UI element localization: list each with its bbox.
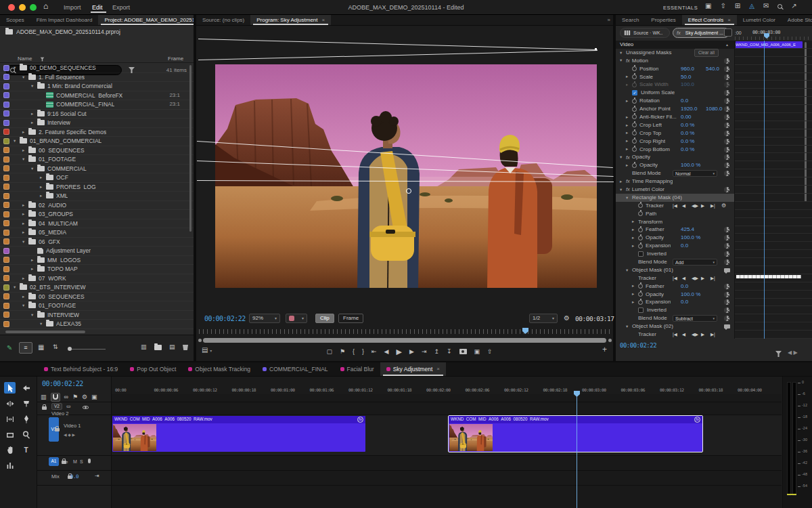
row-chevron-icon[interactable]: ▸: [626, 123, 632, 128]
label-color-chip[interactable]: [3, 202, 9, 208]
label-color-chip[interactable]: [3, 74, 9, 80]
toggle-animation-stopwatch-icon[interactable]: [638, 244, 643, 249]
pin-to-clip-checkbox[interactable]: [724, 28, 732, 37]
type-tool[interactable]: T: [20, 444, 32, 456]
tree-item-01-brand-commercial[interactable]: ▾01_BRAND_COMMERCIAL: [0, 137, 194, 146]
ec-row-opacity[interactable]: ▸Opacity100.0 %: [616, 161, 734, 169]
a1-mute-button[interactable]: M: [73, 459, 77, 464]
zoom-level-dropdown[interactable]: 92%▾: [249, 314, 280, 323]
tracker-button[interactable]: ▶: [701, 333, 704, 337]
row-chevron-icon[interactable]: ▾: [620, 58, 626, 63]
workspace-label[interactable]: ESSENTIALS: [663, 5, 698, 11]
tracker-button[interactable]: ◀▶: [692, 204, 698, 209]
row-chevron-icon[interactable]: ▸: [632, 228, 638, 232]
tree-chevron-icon[interactable]: ▸: [31, 112, 37, 117]
minimize-button[interactable]: [19, 4, 26, 11]
keyframe-lane[interactable]: [734, 218, 812, 226]
ec-row-anti-flicker-fil[interactable]: ▸Anti-flicker Fil...0.00: [616, 113, 734, 121]
monitor-scrollbar-left-dot[interactable]: [198, 339, 202, 342]
a1-source-badge[interactable]: A1: [49, 457, 59, 466]
property-value[interactable]: 100.0 %: [681, 292, 700, 297]
menu-export[interactable]: Export: [112, 5, 130, 11]
ec-row-object-mask-02[interactable]: ▾Object Mask (02): [616, 322, 734, 331]
tree-item-1-min-brand-commercial[interactable]: ▾1 Min: Brand Commercial: [0, 82, 194, 91]
label-color-chip[interactable]: [3, 156, 9, 163]
row-chevron-icon[interactable]: ▾: [620, 51, 626, 56]
reset-parameter-icon[interactable]: [724, 259, 729, 265]
tree-chevron-icon[interactable]: ▸: [31, 121, 37, 125]
a1-voiceover-record-icon[interactable]: [88, 459, 91, 463]
row-chevron-icon[interactable]: ▸: [626, 147, 632, 152]
label-color-chip[interactable]: [3, 102, 9, 108]
tracker-button[interactable]: |◀: [673, 333, 677, 337]
tree-chevron-icon[interactable]: ▸: [40, 175, 46, 180]
add-marker-icon[interactable]: ⚑: [72, 394, 78, 400]
keyframe-lane[interactable]: [734, 306, 812, 314]
keyframe-lane[interactable]: [734, 73, 812, 81]
tracker-settings-wrench-icon[interactable]: ⚙: [721, 203, 726, 209]
remix-tool[interactable]: [4, 460, 16, 471]
toggle-animation-stopwatch-icon[interactable]: [632, 114, 637, 119]
tree-chevron-icon[interactable]: ▾: [31, 84, 37, 89]
program-video-frame[interactable]: [215, 64, 597, 288]
tree-chevron-icon[interactable]: ▸: [22, 295, 28, 299]
reset-parameter-icon[interactable]: [724, 292, 729, 297]
keyframe-lane[interactable]: [734, 194, 812, 202]
row-chevron-icon[interactable]: ▸: [626, 115, 632, 120]
tree-chevron-icon[interactable]: ▾: [31, 167, 37, 171]
toggle-animation-stopwatch-icon[interactable]: [638, 284, 643, 289]
clip-fx-badge[interactable]: fx: [694, 417, 700, 423]
ec-row-opacity[interactable]: ▸Opacity100.0 %: [616, 234, 734, 242]
row-chevron-icon[interactable]: ▸: [626, 99, 632, 104]
property-value[interactable]: 0.00: [681, 114, 692, 120]
keyframe-lane[interactable]: [734, 81, 812, 89]
reset-parameter-icon[interactable]: [724, 154, 729, 160]
label-color-chip[interactable]: [3, 65, 9, 71]
toggle-animation-stopwatch-icon[interactable]: [638, 300, 643, 305]
toggle-animation-stopwatch-icon[interactable]: [638, 236, 643, 240]
tab-program-sky-adjustment[interactable]: Program: Sky Adjustment×: [250, 15, 331, 25]
share-icon[interactable]: ⇧: [720, 3, 725, 9]
ec-row-time-remapping[interactable]: ▸fxTime Remapping: [616, 177, 734, 186]
reset-parameter-icon[interactable]: [724, 284, 729, 289]
mask-guide-line[interactable]: [198, 50, 597, 60]
tree-item-adjustment-layer[interactable]: Adjustment Layer: [0, 247, 194, 256]
label-color-chip[interactable]: [3, 92, 9, 98]
hand-tool[interactable]: [4, 444, 16, 456]
ec-bottom-timecode[interactable]: 00:00:02:22: [620, 343, 656, 349]
workspaces-icon[interactable]: ▣: [705, 3, 711, 9]
zoom-tool[interactable]: [20, 429, 32, 440]
tree-item-04-multicam[interactable]: ▸04_MULTICAM: [0, 219, 194, 229]
ec-row-unassigned-masks[interactable]: ▾Unassigned MasksClear all: [616, 49, 734, 57]
label-color-chip[interactable]: [3, 321, 9, 327]
row-chevron-icon[interactable]: ▸: [632, 219, 638, 224]
mix-level-value[interactable]: 0.0: [70, 474, 78, 480]
keyframe-lane[interactable]: [734, 186, 812, 194]
toggle-animation-stopwatch-icon[interactable]: [632, 163, 637, 168]
tree-chevron-icon[interactable]: ▸: [40, 185, 46, 190]
column-name-filter-icon[interactable]: [40, 57, 44, 61]
row-chevron-icon[interactable]: ▾: [620, 155, 626, 160]
reset-parameter-icon[interactable]: [724, 139, 729, 144]
effect-pill-button[interactable]: fx Sky Adjustment ...: [673, 28, 729, 38]
property-value[interactable]: 100.0: [681, 82, 694, 87]
ec-row-feather[interactable]: ▸Feather425.4: [616, 226, 734, 234]
label-color-chip[interactable]: [3, 238, 9, 245]
property-value[interactable]: 50.0: [681, 75, 692, 80]
label-color-chip[interactable]: [3, 257, 9, 263]
edit-pencil-icon[interactable]: ✎: [7, 345, 12, 352]
property-value[interactable]: 540.0: [706, 66, 719, 72]
ec-row-anchor-point[interactable]: Anchor Point1920.01080.0: [616, 105, 734, 113]
tree-chevron-icon[interactable]: ▸: [22, 212, 28, 217]
label-color-chip[interactable]: [3, 230, 9, 236]
ec-row-expansion[interactable]: ▸Expansion0.0: [616, 299, 734, 307]
row-chevron-icon[interactable]: ▸: [626, 83, 632, 87]
reset-parameter-icon[interactable]: [724, 75, 729, 80]
row-chevron-icon[interactable]: ▸: [626, 139, 632, 144]
property-value[interactable]: 1080.0: [706, 106, 722, 112]
keyframe-lane[interactable]: [734, 274, 812, 282]
ec-row-rotation[interactable]: ▸Rotation0.0: [616, 97, 734, 105]
tree-item-00-sequences[interactable]: ▸00_SEQUENCES: [0, 293, 194, 302]
ec-row-crop-left[interactable]: ▸Crop Left0.0 %: [616, 121, 734, 129]
reset-parameter-icon[interactable]: [724, 66, 729, 72]
